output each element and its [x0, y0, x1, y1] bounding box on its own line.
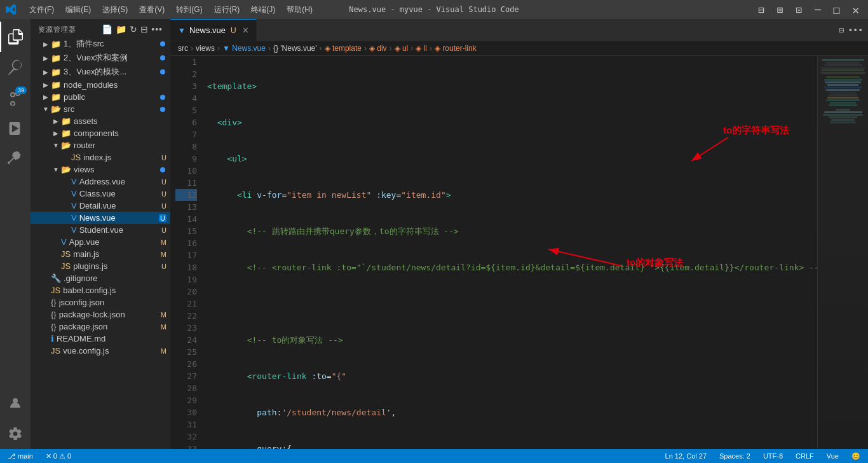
- bc-newsvue[interactable]: ▼ News.vue: [222, 44, 266, 53]
- sidebar-item-vuex-modules[interactable]: ▶ 📁 3、Vuex的模块...: [31, 65, 170, 79]
- layout-button[interactable]: ⊟: [754, 4, 768, 16]
- settings-icon[interactable]: [0, 418, 31, 449]
- sidebar-actions[interactable]: 📄 📁 ↻ ⊟ •••: [102, 24, 163, 34]
- status-language[interactable]: Vue: [824, 452, 841, 460]
- menu-view[interactable]: 查看(V): [134, 3, 170, 17]
- sidebar-item-views[interactable]: ▼ 📂 views: [31, 163, 170, 176]
- sidebar-item-news-vue[interactable]: ▶ V News.vue U: [31, 212, 170, 224]
- sidebar-item-package-lock[interactable]: ▶ {} package-lock.json M: [31, 308, 170, 321]
- window-controls[interactable]: ⊟ ⊞ ⊡ ─ □ ✕: [754, 3, 863, 17]
- status-line-ending[interactable]: CRLF: [793, 452, 817, 460]
- sidebar-item-public[interactable]: ▶ 📁 public: [31, 91, 170, 103]
- sidebar-item-readme[interactable]: ▶ ℹ README.md: [31, 333, 170, 345]
- folder-icon: 📁: [51, 53, 61, 63]
- sidebar-item-detail-vue[interactable]: ▶ V Detail.vue U: [31, 200, 170, 212]
- menu-bar[interactable]: 文件(F) 编辑(E) 选择(S) 查看(V) 转到(G) 运行(R) 终端(J…: [24, 3, 318, 17]
- menu-goto[interactable]: 转到(G): [171, 3, 207, 17]
- sidebar-item-index-js[interactable]: ▶ JS index.js U: [31, 151, 170, 163]
- bc-routerlink[interactable]: ◈ router-link: [435, 44, 477, 53]
- m-badge: M: [161, 251, 166, 258]
- bc-ul[interactable]: ◈ ul: [395, 44, 409, 53]
- sidebar-item-package-json[interactable]: ▶ {} package.json M: [31, 321, 170, 333]
- sidebar-item-plugins-src[interactable]: ▶ 📁 1、插件src: [31, 37, 170, 51]
- sidebar-item-src[interactable]: ▼ 📂 src: [31, 103, 170, 115]
- error-icon: ✕: [46, 452, 51, 460]
- language-label: Vue: [827, 452, 839, 460]
- explorer-icon[interactable]: [0, 22, 31, 52]
- tab-vue-icon: ▼: [178, 26, 186, 35]
- menu-file[interactable]: 文件(F): [24, 3, 59, 17]
- sidebar-item-gitignore[interactable]: ▶ 🔧 .gitignore: [31, 272, 170, 284]
- sidebar-item-app-vue[interactable]: ▶ V App.vue M: [31, 236, 170, 248]
- split-editor-icon[interactable]: ⊟: [839, 25, 844, 35]
- sidebar-item-router[interactable]: ▼ 📂 router: [31, 139, 170, 151]
- m-badge: M: [161, 238, 166, 246]
- status-branch[interactable]: ⎇ main: [5, 452, 36, 460]
- sidebar-item-label: index.js: [83, 153, 111, 162]
- sidebar-item-label: App.vue: [69, 237, 100, 247]
- search-icon[interactable]: [0, 52, 31, 83]
- tab-close-button[interactable]: ×: [243, 25, 248, 36]
- sidebar-item-label: router: [74, 141, 95, 150]
- maximize-button[interactable]: □: [830, 4, 844, 16]
- bc-div[interactable]: ◈ div: [369, 44, 387, 53]
- source-control-icon[interactable]: 39: [0, 83, 31, 113]
- folder-open-icon: 📂: [61, 165, 71, 174]
- sidebar-item-address-vue[interactable]: ▶ V Address.vue U: [31, 176, 170, 188]
- sidebar-item-vuex-examples[interactable]: ▶ 📁 2、Vuex求和案例: [31, 51, 170, 65]
- new-file-icon[interactable]: 📄: [102, 24, 113, 34]
- status-spaces[interactable]: Spaces: 2: [717, 452, 753, 460]
- split-button[interactable]: ⊞: [773, 4, 787, 16]
- account-icon[interactable]: [0, 388, 31, 418]
- bc-views[interactable]: views: [196, 44, 215, 53]
- sidebar-item-assets[interactable]: ▶ 📁 assets: [31, 115, 170, 127]
- collapse-icon[interactable]: ⊟: [140, 24, 149, 34]
- code-text[interactable]: <template> <div> <ul> <li v-for="item in…: [202, 56, 817, 449]
- status-line-col[interactable]: Ln 12, Col 27: [663, 452, 709, 460]
- u-badge: U: [161, 202, 166, 210]
- sidebar-item-node-modules[interactable]: ▶ 📁 node_modules: [31, 79, 170, 91]
- more-actions-icon[interactable]: •••: [848, 25, 863, 35]
- vue-file-icon: V: [71, 189, 77, 198]
- new-folder-icon[interactable]: 📁: [116, 24, 127, 34]
- bc-li[interactable]: ◈ li: [416, 44, 427, 53]
- sidebar-item-label: 1、插件src: [64, 38, 104, 50]
- run-icon[interactable]: [0, 113, 31, 144]
- refresh-icon[interactable]: ↻: [130, 24, 138, 34]
- folder-open-icon: 📂: [61, 141, 71, 150]
- bc-template[interactable]: ◈ template: [325, 44, 362, 53]
- activity-bar: 39: [0, 19, 31, 449]
- panels-button[interactable]: ⊡: [792, 4, 806, 16]
- sidebar-item-components[interactable]: ▶ 📁 components: [31, 127, 170, 139]
- arrow-icon: ▶: [41, 41, 51, 48]
- sidebar-item-vue-config[interactable]: ▶ JS vue.config.js M: [31, 345, 170, 357]
- menu-select[interactable]: 选择(S): [97, 3, 133, 17]
- menu-edit[interactable]: 编辑(E): [60, 3, 96, 17]
- sidebar-item-class-vue[interactable]: ▶ V Class.vue U: [31, 188, 170, 200]
- sidebar-item-student-vue[interactable]: ▶ V Student.vue U: [31, 224, 170, 236]
- tab-news-vue[interactable]: ▼ News.vue U ×: [170, 19, 257, 41]
- sidebar-item-main-js[interactable]: ▶ JS main.js M: [31, 248, 170, 260]
- status-errors[interactable]: ✕ 0 ⚠ 0: [43, 452, 74, 460]
- sidebar-item-label: 3、Vuex的模块...: [64, 66, 126, 78]
- menu-help[interactable]: 帮助(H): [281, 3, 318, 17]
- code-editor[interactable]: 1 2 3 4 5 6 7 8 9 10 11 12 13 14 15 16 1…: [170, 56, 868, 449]
- js-file-icon: JS: [51, 346, 60, 356]
- menu-run[interactable]: 运行(R): [209, 3, 245, 17]
- sidebar-item-label: plugins.js: [73, 261, 107, 271]
- sidebar-item-plugins-js[interactable]: ▶ JS plugins.js U: [31, 260, 170, 272]
- menu-terminal[interactable]: 终端(J): [246, 3, 280, 17]
- sidebar-item-jsconfig[interactable]: ▶ {} jsconfig.json: [31, 296, 170, 308]
- status-feedback[interactable]: 😊: [849, 452, 863, 460]
- close-button[interactable]: ✕: [848, 3, 863, 17]
- sidebar-item-babel-config[interactable]: ▶ JS babel.config.js: [31, 284, 170, 296]
- bc-obj[interactable]: {} 'News.vue': [273, 44, 317, 53]
- more-icon[interactable]: •••: [151, 24, 163, 34]
- bc-src[interactable]: src: [178, 44, 188, 53]
- minimize-button[interactable]: ─: [811, 4, 825, 16]
- extensions-icon[interactable]: [0, 144, 31, 174]
- sidebar-header: 资源管理器 📄 📁 ↻ ⊟ •••: [31, 19, 170, 37]
- editor-actions[interactable]: ⊟ •••: [834, 19, 868, 41]
- status-encoding[interactable]: UTF-8: [761, 452, 785, 460]
- warning-count: 0: [67, 452, 71, 460]
